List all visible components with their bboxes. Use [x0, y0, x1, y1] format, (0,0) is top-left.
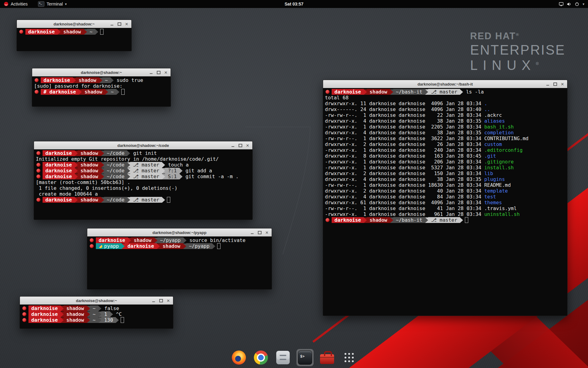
- window-titlebar[interactable]: darknoise@shadow:~/bash-it: [323, 80, 567, 88]
- prompt-segment-host: shadow: [131, 237, 154, 243]
- window-titlebar[interactable]: darknoise@shadow:~: [32, 68, 171, 77]
- prompt-segment-host: shadow: [78, 197, 101, 203]
- window-titlebar[interactable]: darknoise@shadow:~: [17, 20, 131, 28]
- powerline-arrow-icon: [425, 89, 428, 95]
- system-status-area[interactable]: [557, 0, 586, 8]
- terminal-text: drwxrwxr-x. 2 darknoise darknoise 150 Ja…: [325, 171, 484, 176]
- prompt-segment-path: ~: [102, 77, 111, 83]
- firefox-launcher[interactable]: [230, 349, 247, 366]
- fedora-prompt-icon: [36, 169, 40, 173]
- prompt-segment-path: ~: [90, 311, 99, 317]
- files-launcher[interactable]: [274, 349, 292, 366]
- close-button[interactable]: [264, 229, 270, 236]
- toolbox-launcher[interactable]: [318, 349, 336, 366]
- close-button[interactable]: [163, 69, 169, 75]
- prompt-segment-path: ~/bash-it: [393, 89, 425, 95]
- terminal-text: -rw-rw-r--. 1 darknoise darknoise 18630 …: [325, 182, 484, 188]
- terminal-screen[interactable]: darknoiseshadow~/pyapp source bin/activa…: [87, 236, 272, 289]
- powerline-arrow-icon: [61, 312, 64, 317]
- powerline-arrow-icon: [212, 243, 215, 249]
- window-titlebar[interactable]: darknoise@shadow:~/code: [34, 141, 252, 150]
- chevron-down-icon: [582, 2, 584, 6]
- terminal-text: sudo true: [114, 77, 143, 83]
- terminal-text: .travis.yml: [484, 205, 517, 211]
- maximize-button[interactable]: [237, 142, 243, 148]
- registered-mark-icon: ®: [516, 32, 519, 37]
- window-titlebar[interactable]: darknoise@shadow:~: [20, 297, 173, 305]
- powerline-arrow-icon: [127, 168, 130, 174]
- terminal-line: drwxrwxr-x. 61 darknoise darknoise 4096 …: [325, 200, 565, 205]
- activities-label: Activities: [11, 2, 28, 6]
- powerline-arrow-icon: [127, 197, 130, 203]
- terminal-text: test: [484, 194, 496, 200]
- minimize-button[interactable]: [249, 229, 255, 236]
- powerline-arrow-icon: [101, 162, 104, 168]
- activities-button[interactable]: Activities: [2, 0, 29, 8]
- terminal-line: darknoiseshadow~/pyapp source bin/activa…: [89, 237, 270, 243]
- window-controls: [148, 68, 169, 76]
- terminal-screen[interactable]: darknoiseshadow~: [17, 28, 131, 51]
- terminal-launcher[interactable]: [296, 349, 314, 366]
- window-title: darknoise@shadow:~/bash-it: [417, 82, 473, 86]
- terminal-line: 1 file changed, 0 insertions(+), 0 delet…: [36, 185, 251, 191]
- registered-mark-icon: ®: [536, 61, 539, 66]
- fedora-prompt-icon: [22, 312, 26, 316]
- close-button[interactable]: [165, 297, 172, 304]
- window-title: darknoise@shadow:~/pyapp: [153, 230, 206, 235]
- powerline-arrow-icon: [183, 243, 186, 249]
- powerline-arrow-icon: [75, 151, 78, 156]
- window-controls: [230, 141, 251, 149]
- minimize-button[interactable]: [150, 297, 157, 304]
- minimize-button[interactable]: [230, 142, 236, 148]
- close-button[interactable]: [123, 21, 130, 27]
- clock[interactable]: Sat 03:57: [285, 2, 303, 6]
- minimize-button[interactable]: [109, 21, 115, 27]
- prompt-segment-path: ~/code: [104, 150, 127, 156]
- terminal-screen[interactable]: darknoiseshadow~ falsedarknoiseshadow~1 …: [20, 305, 173, 328]
- terminal-line: drwxrwxr-x. 2 darknoise darknoise 26 Jan…: [325, 141, 565, 147]
- terminal-screen[interactable]: darknoiseshadow~ sudo true[sudo] passwor…: [32, 76, 171, 106]
- terminal-app-menu[interactable]: Terminal: [37, 0, 68, 8]
- maximize-button[interactable]: [116, 21, 123, 27]
- terminal-screen[interactable]: darknoiseshadow~/code git initInitialize…: [34, 149, 252, 220]
- minimize-button[interactable]: [545, 81, 551, 87]
- terminal-line: pyappdarknoiseshadow~/pyapp: [89, 243, 270, 249]
- maximize-button[interactable]: [552, 81, 558, 87]
- close-button[interactable]: [559, 81, 566, 87]
- app-grid-launcher[interactable]: [341, 349, 358, 366]
- terminal-cursor: [121, 89, 125, 95]
- powerline-arrow-icon: [127, 174, 130, 179]
- chrome-launcher[interactable]: [252, 349, 270, 366]
- prompt-segment-user: darknoise: [41, 77, 73, 83]
- terminal-line: darknoiseshadow~ false: [22, 305, 171, 311]
- window-titlebar[interactable]: darknoise@shadow:~/pyapp: [87, 228, 272, 237]
- branding-enterprise: ENTERPRISE: [470, 42, 565, 58]
- powerline-arrow-icon: [111, 78, 114, 83]
- prompt-segment-user: darknoise: [25, 29, 58, 35]
- terminal-text: git commit -a -m .: [183, 174, 239, 179]
- powerline-arrow-icon: [128, 238, 131, 243]
- fedora-prompt-icon: [90, 238, 94, 242]
- terminal-line: [master (root-commit) 50bcb63] .: [36, 179, 251, 185]
- terminal-window-sudo: darknoise@shadow:~darknoiseshadow~ sudo …: [32, 68, 171, 107]
- maximize-button[interactable]: [155, 69, 162, 75]
- maximize-button[interactable]: [158, 297, 164, 304]
- terminal-screen[interactable]: darknoiseshadow~/bash-it⎇ master ls -lat…: [323, 88, 567, 316]
- maximize-button[interactable]: [256, 229, 263, 236]
- powerline-arrow-icon: [390, 89, 393, 95]
- terminal-cursor: [167, 197, 170, 203]
- terminal-text: drwxrwxr-x. 4 darknoise darknoise 38 Jan…: [325, 118, 484, 124]
- terminal-text: ..: [484, 106, 490, 112]
- terminal-text: bash_it.sh: [484, 124, 514, 130]
- terminal-line: darknoiseshadow~/code⎇ master: [36, 197, 251, 203]
- terminal-text: uninstall.sh: [484, 211, 520, 217]
- prompt-segment-user: darknoise: [43, 197, 75, 203]
- terminal-text: source bin/activate: [187, 237, 246, 243]
- power-icon: [575, 2, 579, 6]
- minimize-button[interactable]: [148, 69, 154, 75]
- terminal-text: drwxrwxr-x. 4 darknoise darknoise 84 Jan…: [325, 194, 484, 200]
- terminal-text: lib: [484, 171, 493, 176]
- redhat-branding: RED HAT® ENTERPRISE LINUX®: [470, 31, 565, 73]
- close-button[interactable]: [244, 142, 251, 148]
- prompt-segment-path: ~: [90, 317, 99, 323]
